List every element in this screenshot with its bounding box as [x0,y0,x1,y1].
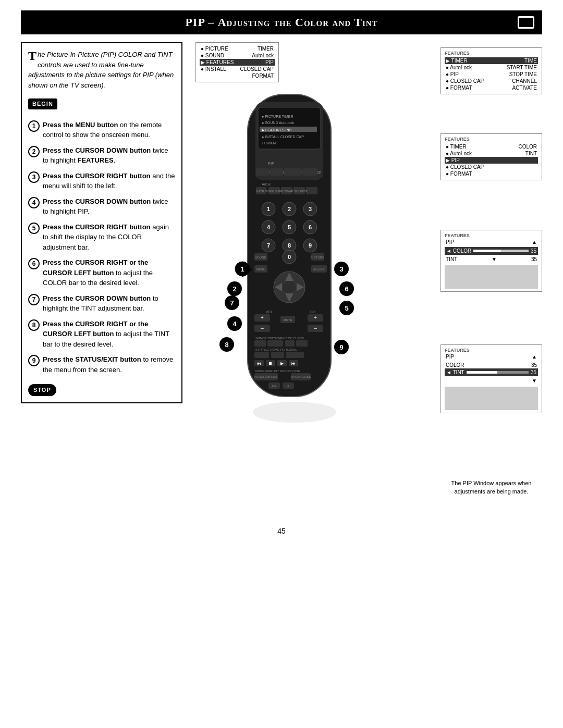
panel3-format: ● FORMAT [445,170,538,177]
page-number: 45 [21,527,542,535]
panel2-closedcap: ● CLOSED CAPCHANNEL [445,78,538,84]
step-5: 5 Press the CURSOR RIGHT button again to… [28,222,175,253]
menu-row-sound: ● SOUNDAutoLock [200,52,275,59]
begin-badge: BEGIN [28,98,57,109]
drop-cap: T [28,50,36,62]
svg-text:7: 7 [267,242,270,249]
svg-text:VOL: VOL [266,310,273,314]
panel3-header: FEATURES [445,137,538,142]
panel2-header: FEATURES [445,51,538,56]
step-6: 6 Press the CURSOR RIGHT or the CURSOR L… [28,257,175,288]
svg-text:CH: CH [310,310,315,314]
step-9: 9 Press the STATUS/EXIT button to remove… [28,354,175,375]
panel2-format: ● FORMATACTIVATE [445,84,538,91]
svg-text:▶: ▶ [280,361,284,366]
svg-text:OPEN/CLOSE: OPEN/CLOSE [290,375,311,378]
svg-text:5: 5 [288,224,291,230]
svg-text:+: + [261,315,264,320]
svg-text:3: 3 [339,265,343,273]
svg-rect-75 [254,352,269,358]
svg-text:PIP: PIP [268,161,275,166]
step-num-2: 2 [28,146,40,157]
panel5-tint-row: ◄ TINT 35 [445,368,538,376]
step-text-2: Press the CURSOR DOWN button twice to hi… [43,145,175,166]
step-num-6: 6 [28,258,40,269]
svg-rect-15 [302,168,317,176]
screen-panel-4: FEATURES PIP ▲ ◄ COLOR 35 TINT▼35 [440,230,542,292]
stop-badge: STOP [28,384,56,396]
svg-text:5: 5 [345,304,348,312]
panel3-autolock: ● AutoLockTINT [445,150,538,157]
svg-text:FORMAT: FORMAT [262,141,277,145]
panel5-down-arrow: ▼ [445,377,538,384]
panel4-gray-box [445,265,538,289]
panel4-subheader: PIP ▲ [445,239,538,245]
svg-text:6: 6 [309,224,312,230]
panel3-pip-highlighted: ▶ PIP [445,157,538,164]
svg-text:A/CH: A/CH [262,182,271,186]
title-bar: PIP – Adjusting the Color and Tint [21,10,542,34]
svg-text:PROGRAM LIST: PROGRAM LIST [254,375,278,378]
right-panel: ● PICTURETIMER ● SOUNDAutoLock ▶ FEATURE… [190,42,542,511]
step-num-8: 8 [28,319,40,331]
step-text-3: Press the CURSOR RIGHT button and the me… [43,171,175,191]
intro-text: T he Picture-in-Picture (PIP) COLOR and … [28,50,175,90]
panel2-timer-highlighted: ▶ TIMERTIME [445,57,538,64]
svg-text:OK: OK [272,385,277,388]
panel5-subheader: PIP ▲ [445,353,538,360]
svg-rect-21 [306,187,317,194]
remote-svg: ● PICTURE TIMER ● SOUND AutoLock ▶ FEATU… [195,84,394,511]
svg-text:● SOUND     AutoLock: ● SOUND AutoLock [262,121,295,125]
step-4: 4 Press the CURSOR DOWN button twice to … [28,196,175,217]
step-num-5: 5 [28,223,40,234]
step-num-7: 7 [28,294,40,305]
step-num-1: 1 [28,120,40,132]
step-text-9: Press the STATUS/EXIT button to remove t… [43,354,175,375]
svg-rect-70 [254,340,266,347]
panel2-pip: ● PIPSTOP TIME [445,71,538,78]
step-3: 3 Press the CURSOR RIGHT button and the … [28,171,175,191]
page-title: PIP – Adjusting the Color and Tint [185,16,377,29]
pip-note: The PIP Window appears when adjustments … [440,479,542,496]
main-layout: T he Picture-in-Picture (PIP) COLOR and … [21,42,542,511]
svg-text:⏭: ⏭ [291,361,296,366]
svg-rect-73 [296,340,308,347]
svg-point-113 [253,402,336,423]
svg-text:8: 8 [288,242,291,249]
step-text-4: Press the CURSOR DOWN button twice to hi… [43,196,175,217]
screen-panel-1: ● PICTURETIMER ● SOUNDAutoLock ▶ FEATURE… [195,42,279,82]
screen-panel-2: FEATURES ▶ TIMERTIME ● AutoLockSTART TIM… [440,47,542,94]
page-container: PIP – Adjusting the Color and Tint T he … [21,0,542,546]
svg-rect-14 [284,168,301,176]
svg-text:MENU: MENU [256,268,265,271]
svg-rect-72 [285,340,295,347]
panel2-autolock: ● AutoLockSTART TIME [445,64,538,71]
svg-text:4: 4 [267,224,271,230]
step-num-9: 9 [28,355,40,366]
svg-text:4: 4 [232,320,237,328]
panel5-color-row: COLOR35 [445,362,538,368]
panel5-gray-box [445,387,538,410]
panel4-header: FEATURES [445,233,538,238]
step-text-6: Press the CURSOR RIGHT or the CURSOR LEF… [43,257,175,288]
menu-row-format: FORMAT [200,72,275,79]
svg-text:3: 3 [309,206,312,212]
svg-text:MUTE: MUTE [284,318,292,322]
svg-text:⏮: ⏮ [257,361,261,366]
menu-row-install: ● INSTALLCLOSED CAP [200,66,275,72]
step-text-7: Press the CURSOR DOWN button to highligh… [43,293,175,314]
svg-text:● PICTURE    TIMER: ● PICTURE TIMER [262,115,293,118]
svg-text:2: 2 [232,285,236,293]
panel3-timer: ● TIMERCOLOR [445,143,538,150]
svg-text:PROGRAM LIST    OPEN/CLOSE: PROGRAM LIST OPEN/CLOSE [255,369,300,373]
svg-text:–: – [261,325,264,331]
svg-text:1: 1 [267,206,270,212]
svg-text:2: 2 [288,206,291,212]
svg-text:IN-LINE: IN-LINE [313,268,324,271]
svg-rect-71 [267,340,283,347]
svg-text:SGNCE STATUS/EXIT  CC    CLOCK: SGNCE STATUS/EXIT CC CLOCK [255,337,304,340]
tv-icon [518,16,534,29]
svg-text:0: 0 [288,254,291,260]
svg-text:+: + [314,315,317,320]
svg-text:6: 6 [345,285,348,293]
